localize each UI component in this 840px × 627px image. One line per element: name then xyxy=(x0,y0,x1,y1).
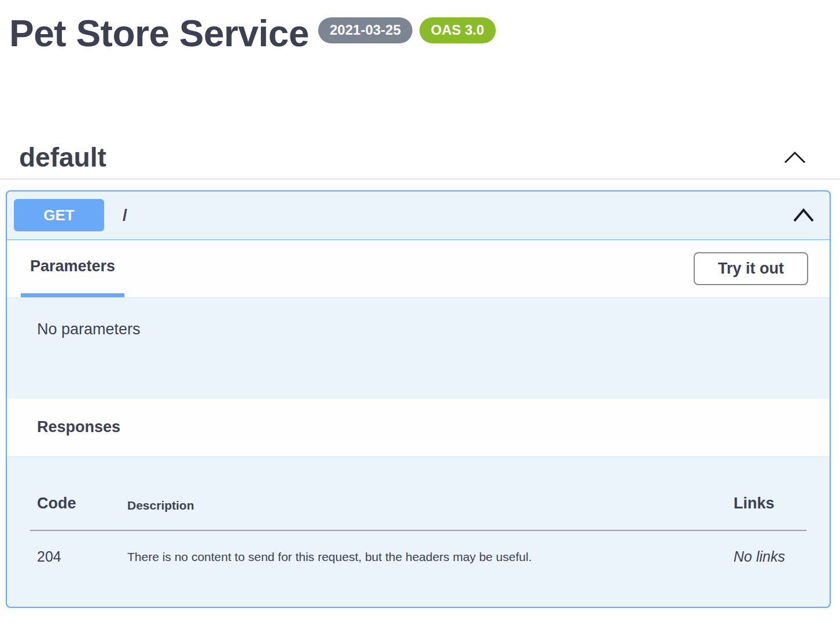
operation-path[interactable]: / xyxy=(123,206,127,224)
responses-body: Code Description Links 204 There is no c… xyxy=(7,456,830,607)
version-badge: 2021-03-25 xyxy=(318,17,412,43)
swagger-ui-page: Pet Store Service 2021-03-25 OAS 3.0 def… xyxy=(0,0,840,627)
try-out-wrap: Try it out xyxy=(694,240,808,297)
oas-version-badge: OAS 3.0 xyxy=(419,17,496,43)
responses-section-header: Responses xyxy=(7,399,830,456)
section-header-spacer xyxy=(124,240,694,297)
response-row-204: 204 There is no content to send for this… xyxy=(30,530,806,604)
response-description: There is no content to send for this req… xyxy=(127,530,734,604)
api-info-header: Pet Store Service 2021-03-25 OAS 3.0 xyxy=(0,0,840,56)
chevron-up-icon[interactable] xyxy=(783,150,806,164)
try-it-out-button[interactable]: Try it out xyxy=(694,252,808,285)
responses-title: Responses xyxy=(37,418,120,436)
operation-block-get: GET / Parameters Try it out No parameter… xyxy=(6,190,831,608)
column-header-description: Description xyxy=(127,456,734,530)
column-header-code: Code xyxy=(30,456,127,530)
operation-summary[interactable]: GET / xyxy=(7,191,830,240)
parameters-section-header: Parameters Try it out xyxy=(7,240,830,297)
chevron-up-icon[interactable] xyxy=(793,207,815,223)
badges: 2021-03-25 OAS 3.0 xyxy=(318,17,496,43)
page-title: Pet Store Service xyxy=(9,13,309,56)
parameters-tab-label: Parameters xyxy=(30,257,115,275)
tag-title[interactable]: default xyxy=(19,142,106,173)
response-links: No links xyxy=(734,530,806,604)
parameters-body: No parameters xyxy=(7,297,830,399)
http-method-badge: GET xyxy=(14,199,104,231)
tag-section-header[interactable]: default xyxy=(0,137,840,179)
no-parameters-message: No parameters xyxy=(37,320,800,338)
responses-table-header-row: Code Description Links xyxy=(30,456,806,530)
column-header-links: Links xyxy=(734,456,806,530)
responses-table: Code Description Links 204 There is no c… xyxy=(30,456,806,604)
response-code: 204 xyxy=(30,530,127,604)
tab-parameters[interactable]: Parameters xyxy=(21,240,124,297)
